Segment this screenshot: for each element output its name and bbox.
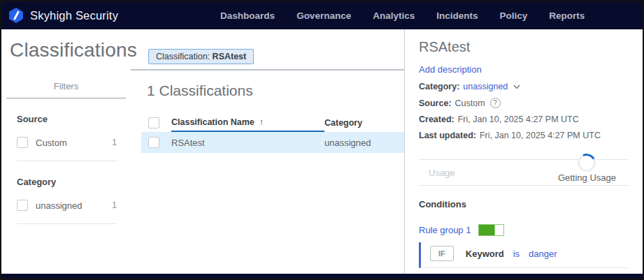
select-all-checkbox[interactable]	[148, 117, 159, 128]
rule-group-link[interactable]: Rule group 1	[419, 225, 471, 235]
rule-field: Keyword	[466, 249, 504, 259]
updated-value: Fri, Jan 10, 2025 4:27 PM UTC	[480, 131, 601, 140]
tab-filters[interactable]: Filters	[6, 81, 126, 98]
created-label: Created:	[419, 115, 455, 124]
column-header-classification-name[interactable]: Classification Name ↑	[171, 113, 324, 132]
filter-option-count: 1	[112, 200, 117, 210]
row-name-cell: RSAtest	[171, 138, 324, 148]
filter-heading-category: Category	[17, 177, 117, 187]
results-count-heading: 1 Classifications	[147, 82, 404, 99]
updated-label: Last updated:	[419, 131, 476, 140]
created-line: Created: Fri, Jan 10, 2025 4:27 PM UTC	[419, 115, 629, 124]
custom-checkbox[interactable]	[17, 137, 28, 148]
filter-option-unassigned[interactable]: unassigned 1	[17, 200, 117, 211]
conditions-heading: Conditions	[419, 199, 629, 209]
skyhigh-logo-icon	[8, 8, 24, 23]
if-badge: IF	[430, 246, 454, 261]
chip-label: Classification:	[156, 52, 210, 61]
rule-value-link[interactable]: danger	[529, 249, 557, 259]
usage-loading: Getting Usage	[558, 154, 616, 183]
usage-loading-text: Getting Usage	[558, 172, 616, 183]
filter-heading-source: Source	[17, 114, 117, 124]
toggle-on-track	[479, 225, 494, 235]
bottom-bar	[1, 274, 643, 279]
nav-item-dashboards[interactable]: Dashboards	[220, 10, 275, 21]
updated-line: Last updated: Fri, Jan 10, 2025 4:27 PM …	[419, 131, 629, 140]
filter-option-label: Custom	[36, 138, 67, 148]
sort-ascending-icon: ↑	[259, 117, 264, 127]
category-line: Category: unassigned	[419, 82, 629, 91]
category-label: Category:	[419, 82, 459, 91]
add-description-link[interactable]: Add description	[419, 64, 482, 75]
usage-section: Usage Getting Usage	[419, 159, 629, 186]
active-filters-row: Classification: RSAtest	[131, 49, 404, 71]
app-window: Skyhigh Security Dashboards Governance A…	[0, 0, 644, 280]
nav-item-governance[interactable]: Governance	[296, 10, 351, 21]
nav-item-policy[interactable]: Policy	[499, 10, 527, 21]
nav-menu: Dashboards Governance Analytics Incident…	[220, 10, 585, 21]
rule-group-toggle[interactable]	[478, 224, 504, 236]
filters-sidebar: Classifications Filters Source Custom 1 …	[1, 29, 131, 274]
classifications-list-panel: Classification: RSAtest 1 Classification…	[131, 29, 404, 274]
filter-option-custom[interactable]: Custom 1	[17, 137, 117, 148]
row-checkbox-cell	[141, 137, 171, 148]
usage-label: Usage	[429, 165, 455, 183]
filter-section-source: Source Custom 1	[17, 98, 117, 161]
table-header-row: Classification Name ↑ Category	[141, 113, 404, 132]
column-header-category[interactable]: Category	[324, 118, 404, 128]
source-label: Source:	[419, 98, 452, 108]
nav-item-analytics[interactable]: Analytics	[373, 10, 415, 21]
top-nav: Skyhigh Security Dashboards Governance A…	[1, 1, 643, 29]
brand-name: Skyhigh Security	[30, 9, 118, 22]
filter-option-count: 1	[112, 138, 117, 147]
content-area: Classifications Filters Source Custom 1 …	[1, 29, 643, 274]
category-value-link[interactable]: unassigned	[463, 82, 508, 91]
unassigned-checkbox[interactable]	[17, 200, 28, 211]
source-line: Source: Custom ?	[419, 98, 629, 108]
row-checkbox[interactable]	[148, 137, 159, 148]
chip-value: RSAtest	[213, 52, 247, 61]
chevron-down-icon[interactable]	[513, 82, 521, 91]
classification-filter-chip[interactable]: Classification: RSAtest	[148, 49, 254, 64]
detail-panel: RSAtest Add description Category: unassi…	[404, 29, 643, 274]
nav-item-reports[interactable]: Reports	[549, 10, 585, 21]
rule-condition-row: IF Keyword is danger	[419, 242, 629, 268]
created-value: Fri, Jan 10, 2025 4:27 PM UTC	[458, 115, 579, 124]
rule-group-row: Rule group 1	[419, 224, 629, 236]
filter-option-label: unassigned	[36, 200, 83, 211]
help-icon[interactable]: ?	[490, 98, 501, 108]
rule-operator-link[interactable]: is	[513, 249, 520, 259]
detail-title: RSAtest	[419, 39, 629, 55]
classifications-table: Classification Name ↑ Category RSAtest u…	[141, 113, 404, 153]
page-title: Classifications	[1, 39, 131, 61]
nav-item-incidents[interactable]: Incidents	[436, 10, 478, 21]
filter-section-category: Category unassigned 1	[17, 161, 117, 224]
table-row[interactable]: RSAtest unassigned	[141, 132, 404, 153]
source-value: Custom	[455, 98, 485, 108]
row-category-cell: unassigned	[324, 138, 404, 148]
loading-spinner-icon	[575, 152, 599, 175]
toggle-handle	[494, 225, 503, 235]
header-checkbox-cell	[141, 117, 171, 128]
brand[interactable]: Skyhigh Security	[8, 8, 118, 23]
